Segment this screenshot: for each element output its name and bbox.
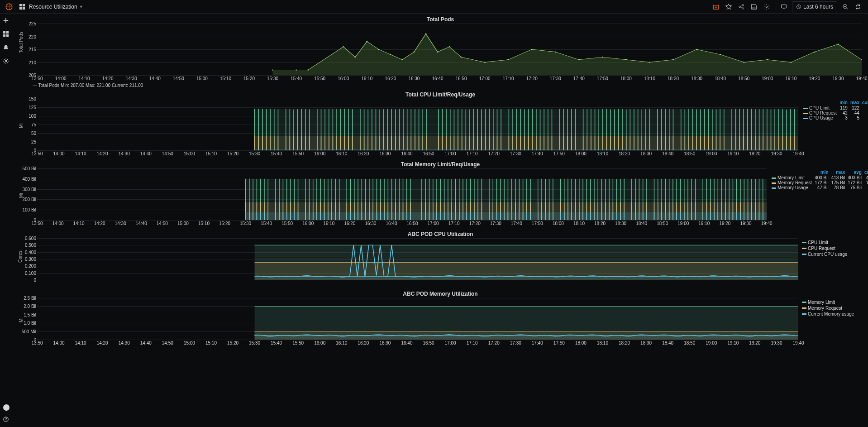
svg-point-41 bbox=[649, 62, 650, 62]
svg-point-24 bbox=[354, 57, 356, 58]
chart-total-cpu[interactable]: Mi 0255075100125150 13:5014:0014:1014:20… bbox=[17, 99, 800, 158]
chart-pod-memory[interactable]: Mi 0500 Mil1.0 Bil1.5 Bil2.0 Bil2.5 Bil … bbox=[17, 298, 800, 347]
toolbar: Last 6 hours bbox=[710, 1, 864, 12]
panel-pod-cpu[interactable]: ABC POD CPU Utilization Cores 00.1000.20… bbox=[17, 229, 863, 287]
svg-point-39 bbox=[602, 57, 603, 58]
svg-point-35 bbox=[508, 59, 509, 60]
panel-pod-memory[interactable]: ABC POD Memory Utilization Mi 0500 Mil1.… bbox=[17, 289, 863, 347]
svg-point-37 bbox=[555, 52, 556, 53]
svg-rect-14 bbox=[3, 31, 5, 34]
svg-point-22 bbox=[307, 70, 309, 71]
panel-title: Total Memory Limit/Req/Usage bbox=[17, 159, 863, 168]
chevron-down-icon: ▼ bbox=[79, 5, 83, 9]
svg-rect-4 bbox=[23, 7, 25, 9]
svg-point-40 bbox=[625, 59, 627, 60]
zoom-out-icon[interactable] bbox=[839, 1, 852, 12]
chart-pod-cpu[interactable]: Cores 00.1000.2000.3000.4000.5000.600 bbox=[17, 238, 800, 287]
svg-point-8 bbox=[742, 7, 744, 9]
plus-icon[interactable] bbox=[3, 17, 10, 24]
add-panel-icon[interactable] bbox=[710, 1, 722, 12]
refresh-icon[interactable] bbox=[852, 1, 864, 12]
grafana-logo-icon[interactable] bbox=[4, 1, 14, 12]
svg-point-47 bbox=[790, 62, 792, 62]
svg-rect-9 bbox=[753, 7, 755, 9]
svg-point-28 bbox=[401, 59, 403, 60]
svg-rect-440 bbox=[246, 212, 767, 220]
gear-icon[interactable] bbox=[760, 1, 773, 12]
svg-point-45 bbox=[743, 62, 744, 62]
panel-total-pods[interactable]: Total Pods Total Pods 205210215220225 13… bbox=[17, 14, 863, 88]
svg-point-43 bbox=[696, 49, 697, 50]
side-nav bbox=[0, 14, 13, 353]
panel-title: ABC POD Memory Utilization bbox=[17, 289, 863, 298]
panel-title: Total Pods bbox=[17, 14, 863, 24]
config-gear-icon[interactable] bbox=[3, 58, 10, 65]
svg-point-38 bbox=[578, 59, 580, 60]
svg-point-42 bbox=[672, 59, 674, 60]
svg-point-33 bbox=[460, 57, 462, 58]
panel-total-memory[interactable]: Total Memory Limit/Req/Usage Mi 0100 Bil… bbox=[17, 159, 863, 227]
svg-rect-52 bbox=[255, 136, 798, 150]
svg-rect-15 bbox=[6, 31, 9, 34]
svg-point-10 bbox=[766, 6, 768, 8]
svg-point-49 bbox=[837, 44, 839, 45]
svg-rect-835 bbox=[255, 336, 798, 340]
svg-point-30 bbox=[425, 34, 426, 34]
time-range-button[interactable]: Last 6 hours bbox=[792, 1, 837, 12]
svg-point-31 bbox=[437, 52, 438, 53]
svg-point-29 bbox=[413, 52, 415, 53]
dashboards-icon[interactable] bbox=[3, 31, 10, 38]
panel-title: ABC POD CPU Utilization bbox=[17, 229, 863, 238]
alert-bell-icon[interactable] bbox=[3, 44, 10, 52]
svg-rect-53 bbox=[255, 149, 798, 150]
svg-point-44 bbox=[720, 54, 721, 55]
dashboard-icon[interactable] bbox=[18, 3, 26, 11]
dashboard-content: Total Pods Total Pods 205210215220225 13… bbox=[13, 14, 868, 353]
chart-total-pods[interactable]: Total Pods 205210215220225 13:5014:0014:… bbox=[17, 24, 863, 82]
svg-point-20 bbox=[272, 70, 273, 71]
svg-point-21 bbox=[296, 70, 297, 71]
chart-total-memory[interactable]: Mi 0100 Bil200 Bil300 Bil400 Bil500 Bil … bbox=[17, 168, 768, 227]
svg-rect-829 bbox=[255, 276, 798, 280]
time-range-text: Last 6 hours bbox=[803, 4, 833, 10]
panel-title: Total CPU Limit/Req/Usage bbox=[17, 90, 863, 99]
legend-total-memory: minmaxavgcurrentMemory Limit400 Bil413 B… bbox=[768, 168, 863, 227]
svg-point-23 bbox=[343, 46, 344, 47]
clock-icon bbox=[796, 4, 801, 10]
legend-total-cpu: minmaxcurrentCPU Limit119122119CPU Reque… bbox=[800, 99, 863, 158]
save-icon[interactable] bbox=[748, 1, 760, 12]
dashboard-title[interactable]: Resource Utilization ▼ bbox=[29, 4, 83, 10]
svg-point-27 bbox=[390, 54, 391, 55]
svg-point-36 bbox=[531, 49, 533, 50]
dashboard-title-text: Resource Utilization bbox=[29, 4, 77, 10]
svg-rect-1 bbox=[19, 4, 22, 6]
svg-point-18 bbox=[5, 60, 7, 62]
svg-rect-17 bbox=[6, 34, 9, 37]
legend-pod-memory: Memory LimitMemory RequestCurrent Memory… bbox=[800, 298, 863, 347]
panel-total-cpu[interactable]: Total CPU Limit/Req/Usage Mi 02550751001… bbox=[17, 90, 863, 158]
svg-point-7 bbox=[742, 4, 744, 6]
svg-rect-3 bbox=[19, 7, 22, 9]
svg-point-25 bbox=[366, 41, 367, 42]
svg-point-46 bbox=[767, 59, 768, 60]
legend-pod-cpu: CPU LimitCPU RequestCurrent CPU usage bbox=[800, 238, 863, 287]
star-icon[interactable] bbox=[722, 1, 735, 12]
top-bar: Resource Utilization ▼ Last 6 hours bbox=[0, 0, 868, 14]
monitor-icon[interactable] bbox=[777, 1, 790, 12]
svg-rect-16 bbox=[3, 34, 5, 37]
panel-legend-stats: — Total Pods Min: 207.00 Max: 221.00 Cur… bbox=[17, 83, 863, 88]
svg-point-48 bbox=[814, 52, 815, 53]
svg-rect-11 bbox=[782, 5, 787, 8]
svg-rect-2 bbox=[23, 4, 25, 6]
share-icon[interactable] bbox=[735, 1, 748, 12]
svg-point-34 bbox=[484, 62, 485, 62]
svg-point-6 bbox=[739, 6, 741, 8]
svg-point-32 bbox=[448, 46, 450, 47]
svg-point-26 bbox=[378, 49, 379, 50]
